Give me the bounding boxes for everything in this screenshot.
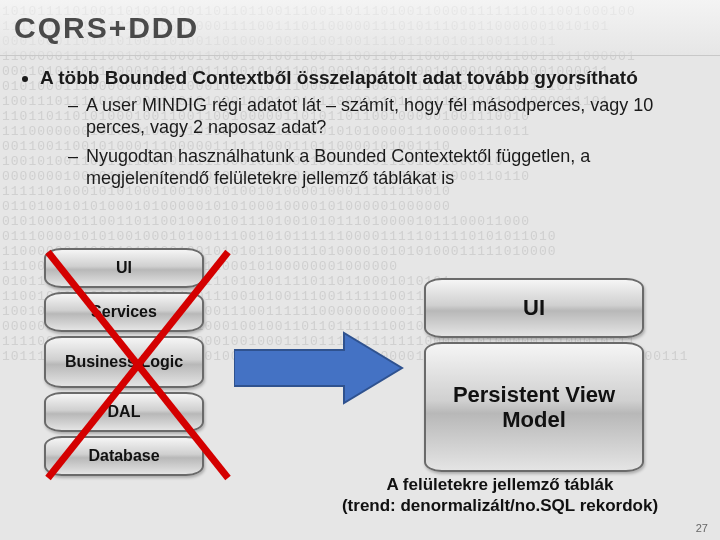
caption-line-2: (trend: denormalizált/no.SQL rekordok) [290,495,710,516]
layer-persistent-view-model: Persistent View Model [424,342,644,472]
bullet-main-text: A több Bounded Contextből összelapátolt … [40,67,638,88]
left-layer-stack: UI Services Business Logic DAL Database [44,248,204,480]
diagram-area: UI Services Business Logic DAL Database … [24,248,696,508]
layer-ui-right: UI [424,278,644,338]
caption-block: A felületekre jellemző táblák (trend: de… [290,474,710,517]
layer-dal: DAL [44,392,204,432]
bullet-main: A több Bounded Contextből összelapátolt … [40,66,702,190]
svg-marker-2 [234,333,402,403]
bullet-content: A több Bounded Contextből összelapátolt … [18,66,702,196]
layer-ui: UI [44,248,204,288]
layer-business-logic: Business Logic [44,336,204,388]
page-number: 27 [696,522,708,534]
layer-database: Database [44,436,204,476]
bullet-sub-2: Nyugodtan használhatunk a Bounded Contex… [68,145,702,190]
slide-root: 1010111101001101010100110110110011100110… [0,0,720,540]
bullet-sub-1: A user MINDIG régi adatot lát – számít, … [68,94,702,139]
slide-title: CQRS+DDD [14,11,199,45]
layer-services: Services [44,292,204,332]
arrow-right-icon [234,328,404,408]
caption-line-1: A felületekre jellemző táblák [290,474,710,495]
right-layer-stack: UI Persistent View Model [424,278,644,476]
title-bar: CQRS+DDD [0,0,720,56]
